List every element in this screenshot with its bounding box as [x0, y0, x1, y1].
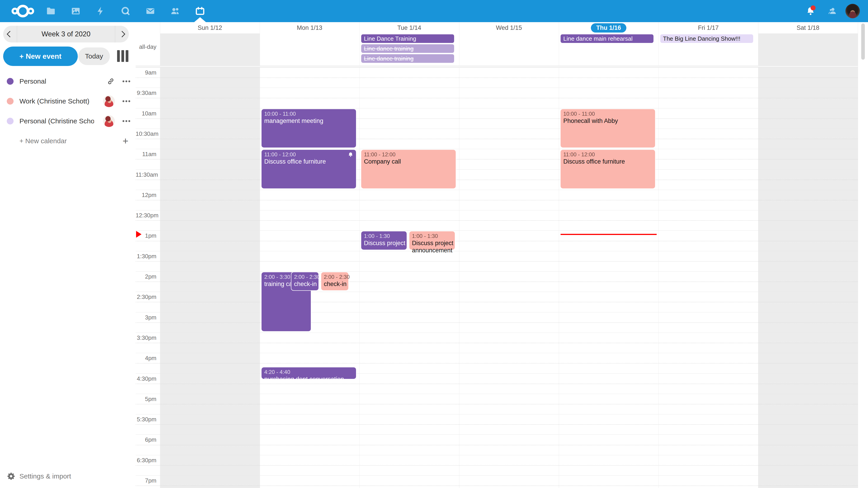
calendar-menu-icon[interactable]: [123, 120, 130, 122]
current-time-marker: [136, 231, 142, 238]
calendar-menu-icon[interactable]: [123, 80, 130, 82]
time-label: 11:30am: [135, 171, 156, 178]
day-header-sun[interactable]: Sun 1/12: [160, 22, 260, 33]
calendar-color-dot: [7, 118, 13, 125]
halfhour-gridline: [135, 67, 858, 68]
day-header-tue[interactable]: Tue 1/14: [360, 22, 459, 33]
current-time-line: [561, 234, 657, 235]
gear-icon: [7, 472, 16, 481]
today-button[interactable]: Today: [78, 47, 110, 65]
time-label: 9:30am: [135, 90, 156, 96]
sidebar: Week 3 of 2020 + New event Today Persona…: [0, 22, 135, 488]
folder-icon: [46, 6, 56, 16]
calendar-icon: [195, 6, 205, 16]
event-management-meeting[interactable]: 10:00 - 11:00management meeting: [261, 109, 356, 148]
allday-event[interactable]: Line Dance Training: [361, 34, 454, 43]
contacts-search-button[interactable]: [822, 0, 843, 22]
scrollbar-thumb[interactable]: [861, 24, 865, 60]
time-label: 2pm: [135, 273, 156, 280]
allday-event[interactable]: Line dance training: [361, 54, 454, 63]
event-title: Phonecall with Abby: [563, 117, 654, 125]
day-header-mon[interactable]: Mon 1/13: [260, 22, 360, 33]
app-talk[interactable]: [113, 0, 138, 22]
quarterhour-gridline: [135, 302, 858, 302]
event-discuss-office-furniture[interactable]: 11:00 - 12:00Discuss office furniture: [261, 149, 356, 189]
logo-circle-center: [17, 5, 29, 18]
week-view-toggle[interactable]: [117, 50, 128, 62]
share-link-icon[interactable]: [107, 77, 115, 86]
plus-icon: +: [123, 135, 128, 147]
event-title: check-in: [324, 281, 347, 288]
notifications-button[interactable]: [800, 0, 822, 22]
top-bar: [0, 0, 868, 22]
shared-by-avatar: [103, 115, 115, 127]
time-label: 11am: [135, 151, 156, 158]
quarterhour-gridline: [135, 363, 858, 363]
event-discuss-project-announcement[interactable]: 1:00 - 1:30Discuss project announcement: [409, 231, 455, 250]
event-phonecall-with-abby[interactable]: 10:00 - 11:00Phonecall with Abby: [560, 109, 655, 148]
time-grid[interactable]: 9am9:30am10am10:30am11am11:30am12pm12:30…: [135, 67, 858, 488]
day-header-thu[interactable]: Thu 1/16: [559, 22, 658, 33]
event-time: 4:20 - 4:40: [264, 369, 355, 376]
allday-cell: Line dance main rehearsal: [561, 34, 653, 44]
chevron-right-icon: [119, 31, 125, 37]
event-discuss-project-announcement[interactable]: 1:00 - 1:30Discuss project announcement: [361, 231, 407, 250]
vertical-scrollbar[interactable]: [858, 22, 868, 488]
day-header-sat[interactable]: Sat 1/18: [758, 22, 858, 33]
day-header-wed[interactable]: Wed 1/15: [459, 22, 559, 33]
app-mail[interactable]: [138, 0, 163, 22]
quarterhour-gridline: [135, 445, 858, 445]
today-header-pill: Thu 1/16: [591, 23, 627, 33]
app-activity[interactable]: [88, 0, 113, 22]
chevron-left-icon: [7, 31, 13, 37]
contacts-icon: [170, 6, 180, 16]
day-header-fri[interactable]: Fri 1/17: [658, 22, 758, 33]
previous-week-button[interactable]: [3, 26, 17, 42]
quarterhour-gridline: [135, 98, 858, 98]
app-contacts[interactable]: [163, 0, 188, 22]
quarterhour-gridline: [135, 384, 858, 384]
event-check-in[interactable]: 2:00 - 2:30check-in: [291, 272, 319, 291]
calendar-menu-icon[interactable]: [123, 100, 130, 102]
event-discuss-office-furniture[interactable]: 11:00 - 12:00Discuss office furniture: [560, 149, 655, 189]
calendar-list: Personal Work (Christine Schott) Persona…: [0, 71, 135, 151]
event-title: Company call: [364, 158, 454, 165]
next-week-button[interactable]: [115, 26, 129, 42]
time-label: 5pm: [135, 396, 156, 402]
event-company-call[interactable]: 11:00 - 12:00Company call: [361, 149, 456, 189]
week-range-label[interactable]: Week 3 of 2020: [17, 26, 115, 42]
quarterhour-gridline: [135, 241, 858, 241]
quarterhour-gridline: [135, 282, 858, 282]
user-avatar[interactable]: [845, 4, 860, 18]
calendar-item-work-christine[interactable]: Work (Christine Schott): [0, 91, 135, 111]
event-title: Discuss office furniture: [563, 158, 654, 165]
new-calendar-button[interactable]: + New calendar +: [0, 131, 135, 151]
calendar-item-personal-christine[interactable]: Personal (Christine Scho…: [0, 111, 135, 131]
halfhour-gridline: [135, 108, 858, 108]
event-purchasing-dept-conversation[interactable]: 4:20 - 4:40purchasing dept conversation: [261, 367, 356, 379]
calendar-item-personal[interactable]: Personal: [0, 71, 135, 91]
settings-import-label: Settings & import: [20, 473, 71, 480]
new-event-button[interactable]: + New event: [3, 46, 78, 66]
allday-event[interactable]: The Big Line Dancing Show!!!: [660, 34, 753, 43]
app-files[interactable]: [38, 0, 63, 22]
all-day-row: all-day Line Dance TrainingLine dance tr…: [135, 33, 858, 66]
nextcloud-logo[interactable]: [8, 0, 37, 22]
allday-event[interactable]: Line dance training: [361, 44, 454, 53]
quarterhour-gridline: [135, 159, 858, 160]
settings-import-button[interactable]: Settings & import: [0, 469, 135, 483]
quarterhour-gridline: [135, 220, 858, 221]
app-photos[interactable]: [63, 0, 88, 22]
time-label: 4pm: [135, 355, 156, 362]
header-gutter-spacer: [135, 22, 160, 33]
halfhour-gridline: [135, 149, 858, 149]
event-title: Discuss office furniture: [264, 158, 355, 165]
time-label: 7pm: [135, 477, 156, 484]
allday-grid-divider: [135, 66, 858, 67]
event-title: Discuss project announcement: [412, 239, 454, 254]
active-app-pointer: [194, 17, 206, 22]
halfhour-gridline: [135, 434, 858, 435]
event-check-in[interactable]: 2:00 - 2:30check-in: [321, 272, 349, 291]
allday-event[interactable]: Line dance main rehearsal: [561, 34, 653, 43]
shared-by-avatar: [103, 95, 115, 107]
